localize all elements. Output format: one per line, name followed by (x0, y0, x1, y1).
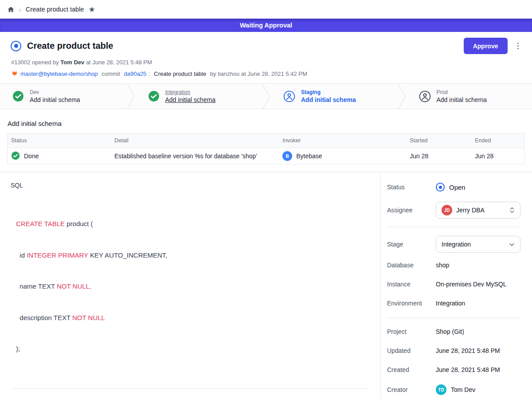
instance-label: Instance (387, 281, 436, 288)
database-value: shop (436, 262, 449, 269)
stage-done-check-icon (148, 90, 160, 102)
star-icon[interactable]: ★ (88, 6, 95, 13)
stage-pending-user-icon (419, 90, 431, 102)
stage-separator (261, 84, 271, 109)
sql-section-label: SQL (11, 182, 370, 189)
breadcrumb-item[interactable]: Create product table (26, 6, 84, 13)
column-header-started: Started (406, 133, 471, 148)
sql-line: ); (16, 344, 370, 354)
stage-task-label: Add initial schema (30, 96, 80, 103)
creator-value: Tom Dev (451, 386, 475, 393)
creator-avatar: TD (436, 384, 446, 395)
stage-dev[interactable]: Dev Add initial schema (0, 84, 126, 109)
stage-label: Stage (387, 241, 436, 248)
sidebar-row-instance: Instance On-premises Dev MySQL (387, 280, 520, 289)
sql-line: name TEXT NOT NULL, (16, 281, 370, 292)
issue-header: Create product table Approve #13002 open… (0, 32, 532, 83)
task-section: Add initial schema Status Detail Invoker… (0, 109, 532, 172)
assignee-select[interactable]: JD Jerry DBA (436, 202, 520, 219)
sidebar-row-environment: Environment Integration (387, 299, 520, 308)
sidebar-row-created: Created June 28, 2021 5:48 PM (387, 365, 520, 374)
stage-env-label: Staging (301, 89, 356, 95)
sidebar-divider (387, 227, 520, 227)
task-section-heading: Add initial schema (8, 120, 525, 127)
column-header-invoker: Invoker (279, 133, 406, 148)
task-table-header-row: Status Detail Invoker Started Ended (8, 133, 525, 148)
issue-opened-at: at June 28, 2021 5:48 PM (84, 59, 152, 66)
commit-hash-link[interactable]: da90a25 (124, 70, 146, 77)
column-header-detail: Detail (111, 133, 279, 148)
stage-task-label: Add initial schema (165, 96, 216, 103)
environment-value: Integration (436, 300, 465, 307)
commit-word: commit (100, 70, 121, 77)
stage-select[interactable]: Integration (436, 236, 520, 253)
task-ended-date: Jun 28 (471, 148, 524, 164)
sidebar-row-creator: Creator TD Tom Dev (387, 384, 520, 395)
stage-done-check-icon (12, 90, 24, 102)
project-value: Shop (Git) (436, 328, 464, 335)
commit-colon: : (149, 70, 152, 77)
task-done-check-icon (11, 151, 20, 161)
sql-line: id INTEGER PRIMARY KEY AUTO_INCREMENT, (16, 250, 370, 261)
bytebase-issue-page: › Create product table ★ Waiting Approva… (0, 0, 532, 399)
task-status-text: Done (24, 153, 39, 160)
creator-label: Creator (387, 386, 436, 393)
stage-staging[interactable]: Staging Add initial schema (271, 84, 397, 109)
invoker-name: Bytebase (296, 153, 322, 160)
sidebar-row-project: Project Shop (Git) (387, 327, 520, 336)
created-value: June 28, 2021 5:48 PM (436, 366, 500, 373)
stage-env-label: Dev (30, 89, 80, 95)
status-value: Open (449, 184, 466, 191)
home-icon[interactable] (7, 6, 15, 13)
task-table: Status Detail Invoker Started Ended Done… (7, 133, 525, 164)
updated-value: June 28, 2021 5:48 PM (436, 347, 500, 354)
issue-meta: #13002 opened by Tom Dev at June 28, 202… (11, 59, 521, 66)
sql-code-block: CREATE TABLE product ( id INTEGER PRIMAR… (16, 198, 370, 375)
sidebar-row-assignee: Assignee JD Jerry DBA (387, 202, 520, 219)
table-row[interactable]: Done Established baseline version %s for… (8, 148, 525, 164)
stage-separator (126, 84, 136, 109)
issue-author: Tom Dev (60, 59, 84, 66)
approval-banner: Waiting Approval (0, 19, 532, 32)
sidebar-row-database: Database shop (387, 261, 520, 270)
stage-task-label: Add initial schema (301, 96, 356, 103)
column-header-ended: Ended (471, 133, 524, 148)
task-detail-text: Established baseline version %s for data… (111, 148, 279, 164)
issue-title: Create product table (27, 41, 113, 51)
stage-select-value: Integration (442, 241, 471, 248)
updated-label: Updated (387, 347, 436, 354)
sidebar-row-updated: Updated June 28, 2021 5:48 PM (387, 346, 520, 355)
pipeline-stage-strip: Dev Add initial schema Integration Add i… (0, 83, 532, 109)
lower-split: SQL CREATE TABLE product ( id INTEGER PR… (0, 172, 532, 399)
created-label: Created (387, 366, 436, 373)
approve-button[interactable]: Approve (464, 38, 508, 54)
updown-chevron-icon (509, 207, 515, 214)
edit-pencil-icon[interactable] (360, 398, 370, 399)
database-label: Database (387, 262, 436, 269)
issue-sidebar: Status Open Assignee JD Jerry DBA (380, 172, 532, 399)
sql-line: CREATE TABLE product ( (16, 219, 370, 229)
stage-env-label: Prod (437, 89, 487, 95)
instance-value: On-premises Dev MySQL (436, 281, 506, 288)
assignee-name: Jerry DBA (456, 207, 485, 214)
kebab-menu-icon[interactable] (515, 41, 522, 51)
stage-integration[interactable]: Integration Add initial schema (136, 84, 262, 109)
assignee-label: Assignee (387, 207, 436, 214)
chevron-down-icon (509, 242, 515, 247)
issue-open-status-icon (11, 41, 21, 51)
invoker-avatar: B (282, 151, 292, 161)
environment-label: Environment (387, 300, 436, 307)
stage-pending-user-icon (283, 90, 295, 102)
commit-branch-link[interactable]: master@bytebase-demo/shop (20, 70, 98, 77)
sql-line: description TEXT NOT NULL (16, 313, 370, 323)
commit-byline: by tianzhou at June 28, 2021 5:42 PM (208, 70, 307, 77)
breadcrumb: › Create product table ★ (0, 0, 532, 19)
stage-prod[interactable]: Prod Add initial schema (407, 84, 532, 109)
sidebar-row-status: Status Open (387, 183, 520, 192)
gitlab-icon (11, 70, 18, 78)
sidebar-row-stage: Stage Integration (387, 236, 520, 253)
approval-banner-text: Waiting Approval (240, 22, 292, 29)
assignee-avatar: JD (442, 205, 452, 215)
issue-number-text: #13002 opened by (11, 59, 60, 66)
commit-message: Create product table (154, 70, 206, 77)
